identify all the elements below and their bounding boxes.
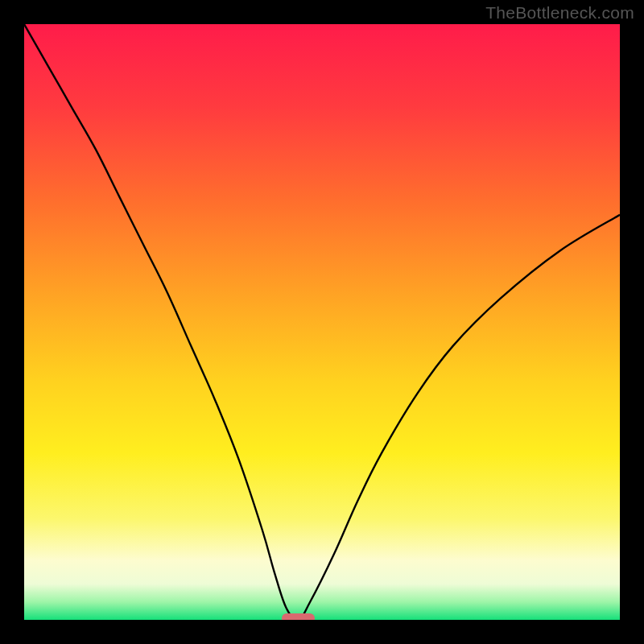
chart-frame: TheBottleneck.com — [0, 0, 644, 644]
plot-area — [24, 24, 620, 620]
bottleneck-curve — [24, 24, 620, 620]
watermark-text: TheBottleneck.com — [485, 3, 634, 23]
curve-layer — [24, 24, 620, 620]
optimal-marker — [282, 613, 315, 620]
